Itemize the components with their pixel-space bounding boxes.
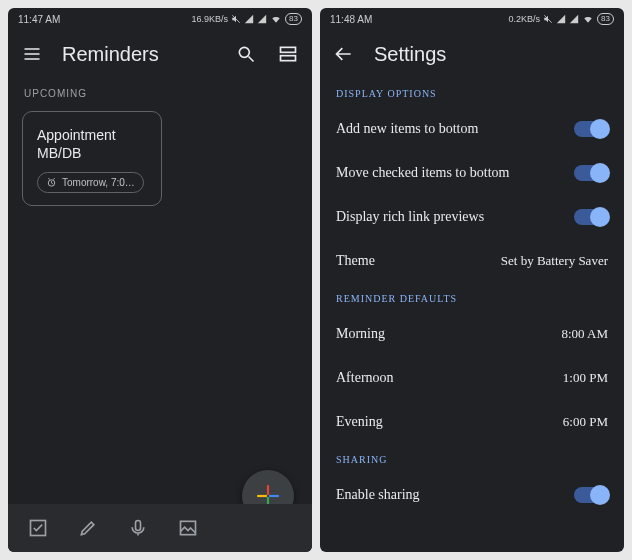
row-value: 1:00 PM xyxy=(563,370,608,386)
row-value: Set by Battery Saver xyxy=(501,253,608,269)
row-label: Add new items to bottom xyxy=(336,121,574,137)
status-time: 11:48 AM xyxy=(330,14,372,25)
row-label: Theme xyxy=(336,253,501,269)
svg-rect-9 xyxy=(269,495,279,497)
svg-rect-6 xyxy=(267,485,269,495)
signal-icon xyxy=(244,14,254,24)
status-icons: 0.2KB/s 83 xyxy=(509,13,614,25)
reminder-card[interactable]: Appointment MB/DB Tomorrow, 7:0… xyxy=(22,111,162,206)
status-bar: 11:47 AM 16.9KB/s 83 xyxy=(8,8,312,30)
chip-text: Tomorrow, 7:0… xyxy=(62,177,135,188)
app-bar: Reminders xyxy=(8,30,312,78)
section-display-options: DISPLAY OPTIONS xyxy=(320,78,624,107)
svg-point-1 xyxy=(239,47,249,57)
search-icon[interactable] xyxy=(234,42,258,66)
reminder-chip[interactable]: Tomorrow, 7:0… xyxy=(37,172,144,193)
row-move-checked[interactable]: Move checked items to bottom xyxy=(320,151,624,195)
svg-rect-3 xyxy=(281,47,296,52)
svg-line-2 xyxy=(249,57,254,62)
row-label: Display rich link previews xyxy=(336,209,574,225)
status-time: 11:47 AM xyxy=(18,14,60,25)
view-toggle-icon[interactable] xyxy=(276,42,300,66)
mute-icon xyxy=(231,14,241,24)
bottom-bar xyxy=(8,504,312,552)
section-upcoming: UPCOMING xyxy=(8,78,312,107)
row-value: 6:00 PM xyxy=(563,414,608,430)
menu-icon[interactable] xyxy=(20,42,44,66)
row-add-to-bottom[interactable]: Add new items to bottom xyxy=(320,107,624,151)
status-bar: 11:48 AM 0.2KB/s 83 xyxy=(320,8,624,30)
svg-rect-8 xyxy=(257,495,267,497)
row-enable-sharing[interactable]: Enable sharing xyxy=(320,473,624,517)
settings-body: DISPLAY OPTIONS Add new items to bottom … xyxy=(320,78,624,552)
wifi-icon xyxy=(582,14,594,24)
page-title: Reminders xyxy=(62,43,216,66)
page-title: Settings xyxy=(374,43,612,66)
image-icon[interactable] xyxy=(176,516,200,540)
status-net: 16.9KB/s xyxy=(192,14,229,24)
svg-rect-11 xyxy=(136,521,141,531)
brush-icon[interactable] xyxy=(76,516,100,540)
signal-icon xyxy=(569,14,579,24)
app-bar: Settings xyxy=(320,30,624,78)
toggle-rich-link[interactable] xyxy=(574,209,608,225)
signal-icon xyxy=(556,14,566,24)
phone-reminders: 11:47 AM 16.9KB/s 83 Reminders UPCOMING … xyxy=(8,8,312,552)
row-rich-link[interactable]: Display rich link previews xyxy=(320,195,624,239)
alarm-icon xyxy=(46,177,57,188)
row-label: Afternoon xyxy=(336,370,563,386)
toggle-move-checked[interactable] xyxy=(574,165,608,181)
back-icon[interactable] xyxy=(332,42,356,66)
battery-icon: 83 xyxy=(285,13,302,25)
mute-icon xyxy=(543,14,553,24)
row-label: Enable sharing xyxy=(336,487,574,503)
row-label: Evening xyxy=(336,414,563,430)
battery-icon: 83 xyxy=(597,13,614,25)
row-evening[interactable]: Evening 6:00 PM xyxy=(320,400,624,444)
row-value: 8:00 AM xyxy=(561,326,608,342)
section-reminder-defaults: REMINDER DEFAULTS xyxy=(320,283,624,312)
svg-rect-4 xyxy=(281,56,296,61)
mic-icon[interactable] xyxy=(126,516,150,540)
section-sharing: SHARING xyxy=(320,444,624,473)
signal-icon xyxy=(257,14,267,24)
row-label: Move checked items to bottom xyxy=(336,165,574,181)
toggle-enable-sharing[interactable] xyxy=(574,487,608,503)
row-afternoon[interactable]: Afternoon 1:00 PM xyxy=(320,356,624,400)
status-net: 0.2KB/s xyxy=(509,14,541,24)
wifi-icon xyxy=(270,14,282,24)
checkbox-icon[interactable] xyxy=(26,516,50,540)
status-icons: 16.9KB/s 83 xyxy=(192,13,302,25)
row-theme[interactable]: Theme Set by Battery Saver xyxy=(320,239,624,283)
toggle-add-to-bottom[interactable] xyxy=(574,121,608,137)
phone-settings: 11:48 AM 0.2KB/s 83 Settings DISPLAY OPT… xyxy=(320,8,624,552)
reminder-title: Appointment MB/DB xyxy=(37,126,147,162)
row-morning[interactable]: Morning 8:00 AM xyxy=(320,312,624,356)
row-label: Morning xyxy=(336,326,561,342)
